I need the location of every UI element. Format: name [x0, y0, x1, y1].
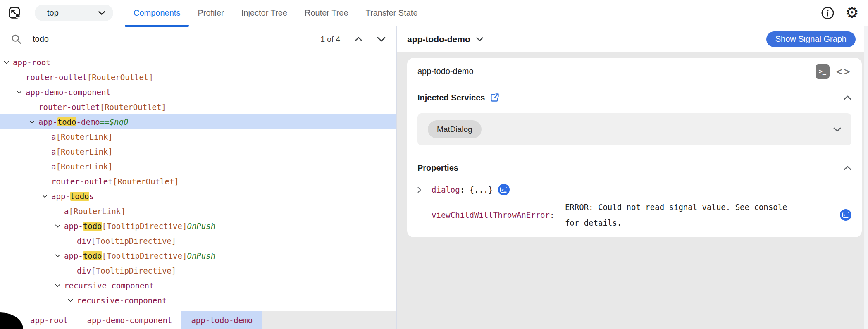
scrollbar[interactable] — [864, 26, 868, 329]
log-property-button[interactable]: >_ — [498, 184, 510, 195]
tree-node-label: todo — [83, 251, 102, 260]
text-caret — [50, 34, 50, 45]
breadcrumb-item[interactable]: app-demo-component — [78, 311, 182, 329]
tree-node-label: todo — [83, 222, 102, 231]
breadcrumb-item[interactable]: app-todo-demo — [181, 311, 262, 329]
injected-services-heading: Injected Services — [417, 93, 485, 103]
tab-transfer-state[interactable]: Transfer State — [357, 0, 427, 26]
view-source-button[interactable]: <> — [836, 65, 851, 78]
terminal-icon: >_ — [500, 187, 507, 193]
chevron-down-icon[interactable] — [29, 120, 35, 124]
chevron-down-icon[interactable] — [55, 284, 60, 287]
chevron-up-icon — [354, 37, 363, 42]
tree-row[interactable]: div[TooltipDirective] — [0, 234, 396, 248]
tree-row[interactable]: a[RouterLink] — [0, 129, 396, 144]
card-header-icons: >_ <> — [816, 64, 851, 79]
tab-profiler[interactable]: Profiler — [189, 0, 232, 26]
tree-node-label: a — [64, 207, 69, 216]
tree-row[interactable]: div[TooltipDirective] — [0, 263, 396, 278]
properties-section: Properties dialog: {...}>_viewChildWillT… — [407, 157, 862, 237]
tree-toggle[interactable] — [55, 284, 64, 287]
frame-selector-dropdown[interactable]: top — [35, 5, 113, 21]
angular-devtools: top ComponentsProfilerInjector TreeRoute… — [0, 0, 868, 329]
expand-service-button[interactable] — [833, 127, 841, 132]
search-input[interactable]: todo — [33, 34, 50, 45]
property-colon: : — [460, 185, 470, 194]
chevron-right-icon — [417, 187, 421, 193]
tab-injector-tree[interactable]: Injector Tree — [233, 0, 296, 26]
card-component-name: app-todo-demo — [417, 67, 474, 76]
tree-node-label: [RouterOutlet] — [100, 103, 166, 112]
chevron-down-icon[interactable] — [55, 224, 60, 228]
tree-row[interactable]: recursive-component — [0, 278, 396, 293]
tree-node-label: a — [51, 147, 56, 156]
tree-search-bar: todo 1 of 4 — [0, 26, 396, 52]
gear-icon: ⚙ — [845, 5, 859, 20]
log-to-console-button[interactable]: >_ — [816, 64, 830, 79]
property-row: dialog: {...}>_ — [417, 180, 851, 199]
tree-row[interactable]: app-todo[TooltipDirective] OnPush — [0, 248, 396, 263]
tree-row[interactable]: recursive-component — [0, 293, 396, 308]
info-button[interactable] — [821, 6, 835, 20]
tab-router-tree[interactable]: Router Tree — [296, 0, 357, 26]
tree-toggle[interactable] — [4, 61, 13, 64]
chevron-down-icon — [377, 37, 386, 42]
search-icon — [11, 33, 22, 45]
tree-node-label: [TooltipDirective] — [102, 251, 187, 260]
selected-component-dropdown[interactable]: app-todo-demo — [407, 34, 483, 44]
injected-services-section: Injected Services — [407, 85, 862, 145]
tree-row[interactable]: app-todos — [0, 189, 396, 204]
tree-toggle[interactable] — [42, 195, 51, 198]
tree-row[interactable]: a[RouterLink] — [0, 144, 396, 159]
tree-node-label: OnPush — [187, 251, 215, 260]
tree-row[interactable]: app-root — [0, 55, 396, 70]
tree-node-label: OnPush — [187, 222, 215, 231]
tree-row[interactable]: app-demo-component — [0, 85, 396, 100]
chevron-down-icon[interactable] — [68, 299, 73, 302]
settings-button[interactable]: ⚙ — [845, 5, 859, 20]
tree-toggle[interactable] — [29, 120, 38, 124]
previous-result-button[interactable] — [354, 37, 363, 42]
chevron-down-icon[interactable] — [4, 61, 9, 64]
split-view: todo 1 of 4 app-rootrouter-outlet[Router… — [0, 26, 868, 329]
tree-row[interactable]: router-outlet[RouterOutlet] — [0, 100, 396, 114]
expand-property-button[interactable] — [417, 187, 432, 193]
properties-list: dialog: {...}>_viewChildWillThrowAnError… — [407, 179, 862, 237]
component-tree: app-rootrouter-outlet[RouterOutlet]app-d… — [0, 52, 396, 311]
inspect-icon — [8, 6, 21, 19]
breadcrumb-item[interactable]: app-root — [21, 311, 78, 329]
chevron-up-icon — [844, 95, 851, 100]
code-icon: <> — [836, 65, 851, 78]
chevron-down-icon[interactable] — [42, 195, 48, 198]
next-result-button[interactable] — [377, 37, 386, 42]
breadcrumb-filler — [262, 311, 396, 329]
tree-toggle[interactable] — [68, 299, 77, 302]
tree-toggle[interactable] — [55, 224, 64, 228]
log-property-button[interactable]: >_ — [840, 209, 851, 221]
chevron-down-icon — [98, 11, 105, 15]
tree-node-label: app- — [64, 251, 83, 260]
tree-node-label: app- — [51, 192, 70, 201]
inspect-element-button[interactable] — [7, 6, 21, 20]
tree-node-label: app-root — [13, 58, 51, 67]
tree-row[interactable]: app-todo-demo == $ng0 — [0, 114, 396, 129]
properties-heading-row: Properties — [407, 157, 862, 179]
collapse-properties-button[interactable] — [844, 166, 851, 170]
tree-toggle[interactable] — [55, 254, 64, 257]
external-link-icon[interactable] — [490, 93, 500, 103]
service-chip[interactable]: MatDialog — [428, 120, 482, 138]
collapse-services-button[interactable] — [844, 95, 851, 100]
property-name: dialog — [432, 185, 460, 194]
tab-components[interactable]: Components — [125, 0, 189, 26]
tree-row[interactable]: router-outlet[RouterOutlet] — [0, 70, 396, 85]
chevron-down-icon[interactable] — [17, 91, 22, 94]
tree-row[interactable]: a[RouterLink] — [0, 204, 396, 219]
tree-row[interactable]: a[RouterLink] — [0, 159, 396, 174]
tree-row[interactable]: router-outlet[RouterOutlet] — [0, 174, 396, 189]
tree-toggle[interactable] — [17, 91, 26, 94]
tree-row[interactable]: recursive-component — [0, 308, 396, 311]
tree-node-label: a — [51, 162, 56, 171]
chevron-down-icon[interactable] — [55, 254, 60, 257]
show-signal-graph-button[interactable]: Show Signal Graph — [766, 31, 856, 47]
tree-row[interactable]: app-todo[TooltipDirective] OnPush — [0, 219, 396, 234]
